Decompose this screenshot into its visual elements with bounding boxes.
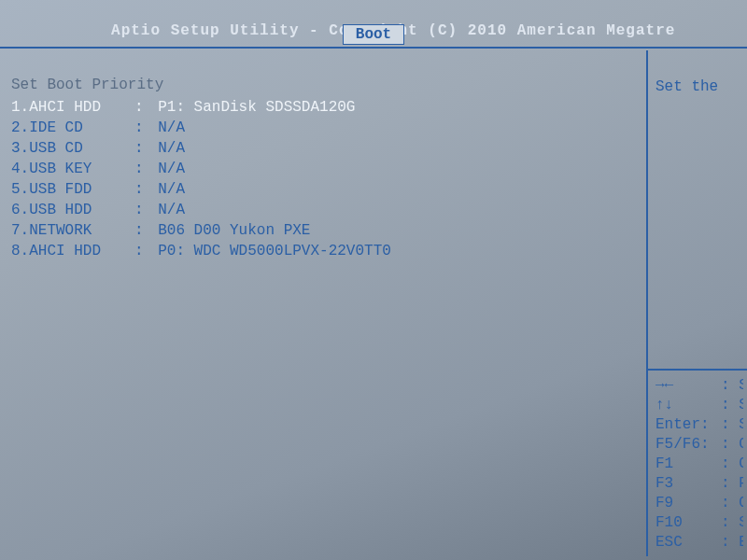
boot-row-4[interactable]: 4.USB KEY: N/A — [11, 159, 629, 179]
separator: : — [721, 415, 739, 435]
key-name: F5/F6: — [655, 435, 721, 455]
key-name: F10 — [655, 513, 721, 533]
side-help-text: Set the — [648, 50, 747, 97]
key-name: Enter: — [655, 415, 721, 435]
boot-row-label: 6.USB HDD — [11, 200, 134, 220]
key-desc: Ch — [739, 435, 743, 455]
key-row: Enter:: Se — [655, 415, 743, 435]
separator: : — [134, 179, 158, 200]
key-desc: S — [739, 376, 743, 396]
bios-screen: Aptio Setup Utility - Copyright (C) 2010… — [0, 0, 747, 560]
boot-row-label: 3.USB CD — [11, 138, 134, 159]
key-name: F9 — [655, 494, 721, 513]
separator: : — [134, 200, 158, 220]
boot-row-value: B06 D00 Yukon PXE — [158, 220, 310, 241]
key-name: →← — [655, 376, 721, 396]
separator: : — [134, 241, 158, 261]
boot-row-3[interactable]: 3.USB CD: N/A — [11, 138, 629, 159]
boot-row-1[interactable]: 1.AHCI HDD: P1: SanDisk SDSSDA120G — [11, 97, 629, 118]
boot-priority-list[interactable]: 1.AHCI HDD: P1: SanDisk SDSSDA120G2.IDE … — [11, 97, 629, 261]
boot-row-value: N/A — [158, 179, 185, 200]
boot-row-2[interactable]: 2.IDE CD: N/A — [11, 118, 629, 138]
boot-row-value: P1: SanDisk SDSSDA120G — [158, 97, 355, 118]
key-row: F3: Pr — [655, 474, 743, 494]
key-desc: Pr — [739, 474, 743, 494]
separator: : — [721, 396, 739, 415]
boot-row-label: 2.IDE CD — [11, 118, 134, 138]
key-row: →←: S — [655, 376, 743, 396]
boot-row-7[interactable]: 7.NETWORK: B06 D00 Yukon PXE — [11, 220, 629, 241]
separator: : — [721, 533, 739, 553]
separator: : — [134, 118, 158, 138]
separator: : — [134, 138, 158, 159]
key-row: F5/F6:: Ch — [655, 435, 743, 455]
key-desc: Sa — [739, 513, 743, 533]
key-name: ↑↓ — [655, 396, 721, 415]
key-desc: Ge — [739, 455, 743, 474]
separator: : — [134, 97, 158, 118]
key-name: F1 — [655, 455, 721, 474]
boot-row-5[interactable]: 5.USB FDD: N/A — [11, 179, 629, 200]
separator: : — [721, 494, 739, 513]
separator: : — [721, 513, 739, 533]
key-desc: Ex — [739, 533, 743, 553]
boot-row-label: 4.USB KEY — [11, 159, 134, 179]
boot-row-8[interactable]: 8.AHCI HDD: P0: WDC WD5000LPVX-22V0TT0 — [11, 241, 629, 261]
key-row: F1: Ge — [655, 455, 743, 474]
boot-row-value: N/A — [158, 118, 185, 138]
section-title: Set Boot Priority — [11, 77, 629, 93]
separator: : — [721, 435, 739, 455]
tab-boot[interactable]: Boot — [343, 24, 404, 45]
boot-row-label: 7.NETWORK — [11, 220, 134, 241]
key-desc: S — [739, 396, 743, 415]
boot-row-value: N/A — [158, 159, 185, 179]
key-row: ↑↓: S — [655, 396, 743, 415]
key-row: F9: Op — [655, 494, 743, 513]
boot-row-value: N/A — [158, 138, 185, 159]
key-desc: Op — [739, 494, 743, 513]
boot-row-value: N/A — [158, 200, 185, 220]
key-name: F3 — [655, 474, 721, 494]
separator: : — [721, 376, 739, 396]
side-pane: Set the →←: S↑↓: SEnter:: SeF5/F6:: ChF1… — [646, 50, 747, 556]
boot-row-value: P0: WDC WD5000LPVX-22V0TT0 — [158, 241, 391, 261]
boot-row-6[interactable]: 6.USB HDD: N/A — [11, 200, 629, 220]
key-name: ESC — [655, 533, 721, 553]
tab-bar: Boot — [0, 24, 747, 45]
key-desc: Se — [739, 415, 743, 435]
key-legend: →←: S↑↓: SEnter:: SeF5/F6:: ChF1: GeF3: … — [648, 369, 747, 553]
separator: : — [721, 474, 739, 494]
separator: : — [134, 159, 158, 179]
boot-row-label: 5.USB FDD — [11, 179, 134, 200]
boot-row-label: 1.AHCI HDD — [11, 97, 134, 118]
key-row: ESC: Ex — [655, 533, 743, 553]
boot-row-label: 8.AHCI HDD — [11, 241, 134, 261]
separator: : — [134, 220, 158, 241]
main-pane: Set Boot Priority 1.AHCI HDD: P1: SanDis… — [6, 50, 641, 556]
key-row: F10: Sa — [655, 513, 743, 533]
separator: : — [721, 455, 739, 474]
